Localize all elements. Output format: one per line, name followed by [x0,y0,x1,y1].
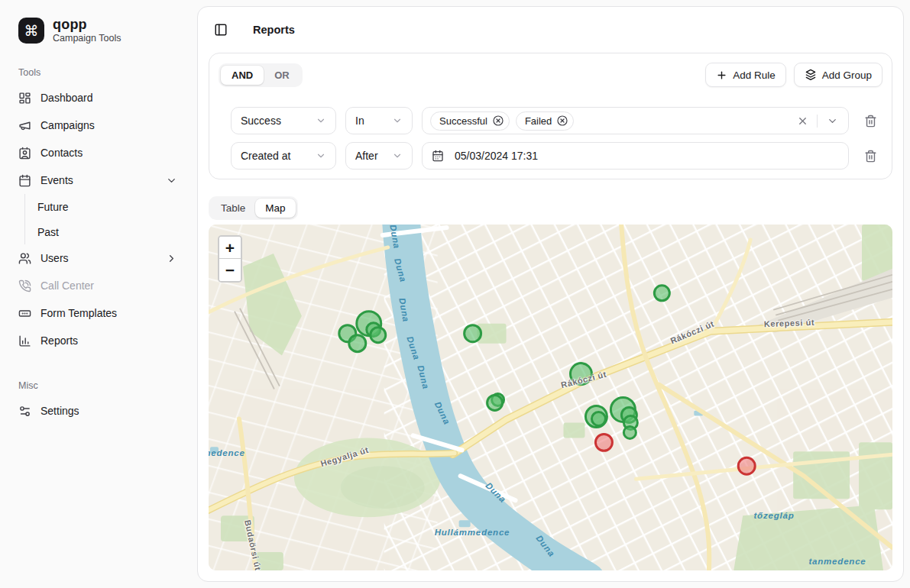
phone-icon [18,279,31,292]
sidebar-toggle-button[interactable] [210,19,232,40]
remove-tag-icon[interactable] [556,115,568,127]
sidebar-item-call-center[interactable]: Call Center [12,272,183,299]
delete-rule2-button[interactable] [858,144,882,168]
street-label: Rákóczi út [669,319,716,346]
rule1-multiselect[interactable]: Successful Failed [422,107,849,134]
chevron-down-icon [166,175,177,186]
street-label: Rákóczi út [560,370,607,389]
rule2-datetime-input[interactable]: 05/03/2024 17:31 [422,142,849,170]
water-label: Duna [534,534,556,559]
add-rule-button[interactable]: Add Rule [705,63,786,87]
layers-icon [805,69,817,81]
sidebar-item-label: Events [40,173,157,188]
sidebar-item-label: Settings [40,403,177,418]
trash-icon [864,150,877,163]
brand-subtitle: Campaign Tools [53,33,121,44]
add-group-label: Add Group [822,69,872,81]
events-submenu: Future Past [24,194,183,244]
page-title: Reports [253,24,295,36]
sidebar-item-label: Campaigns [40,118,177,133]
sidebar-item-label: Past [37,225,177,240]
water-label: tőzegláp [753,511,794,520]
value-tag-successful: Successful [430,111,510,131]
water-label: Duna [405,335,421,361]
tab-map[interactable]: Map [255,199,295,218]
rule1-field-select[interactable]: Success [231,107,336,134]
sidebar-nav: Dashboard Campaigns Contacts Events Futu… [12,84,183,354]
brand: ⌘ qopp Campaign Tools [12,17,183,44]
sidebar-item-events[interactable]: Events [12,166,183,194]
map-view[interactable]: Rákóczi útRákóczi útKerepesi útHegyalja … [209,225,892,570]
sidebar-item-contacts[interactable]: Contacts [12,139,183,166]
calendar-icon [432,150,444,162]
datetime-value: 05/03/2024 17:31 [455,150,538,162]
water-label: Duna [416,364,430,390]
sidebar-item-label: Contacts [40,145,177,160]
sidebar-item-label: Future [37,199,177,215]
megaphone-icon [18,119,31,132]
filter-builder: AND OR Add Rule Add Group [209,53,892,179]
filter-rule-row: Created at After 05/03/2024 17:31 [231,142,882,170]
calendar-icon [18,174,31,187]
rule2-operator-select[interactable]: After [345,142,413,170]
rule2-field-select[interactable]: Created at [231,142,336,170]
content-card: Reports AND OR Add Rule Add Group [197,6,904,582]
sidebar-item-users[interactable]: Users [12,244,183,272]
remove-tag-icon[interactable] [492,115,504,127]
sidebar-item-dashboard[interactable]: Dashboard [12,84,183,111]
settings-sliders-icon [18,405,31,418]
sidebar-item-past[interactable]: Past [25,219,183,244]
water-label: tanmedence [808,557,866,566]
sidebar-item-label: Dashboard [40,90,177,105]
sidebar-item-reports[interactable]: Reports [12,327,183,354]
water-label: medence [209,448,245,457]
chevron-right-icon [166,253,177,264]
chevron-down-icon [316,115,326,126]
sidebar-item-form-templates[interactable]: Form Templates [12,299,183,327]
sidebar-item-label: Call Center [40,278,177,293]
logic-and-button[interactable]: AND [221,66,264,85]
zoom-out-button[interactable]: − [219,259,241,281]
add-group-button[interactable]: Add Group [794,63,882,87]
rule2-operator-value: After [355,150,378,162]
rule2-field-value: Created at [241,150,290,162]
logic-or-button[interactable]: OR [264,66,300,85]
open-options-button[interactable] [824,112,840,129]
street-label: Hegyalja út [319,445,370,469]
sidebar: ⌘ qopp Campaign Tools Tools Dashboard Ca… [0,0,196,588]
sidebar-item-settings[interactable]: Settings [12,397,183,425]
brand-name: qopp [53,17,121,33]
map-labels-layer: Rákóczi útRákóczi útKerepesi útHegyalja … [209,225,892,570]
sidebar-item-future[interactable]: Future [25,194,183,219]
add-rule-label: Add Rule [733,69,776,81]
tag-label: Successful [439,115,487,127]
water-label: Hullámmedence [435,528,510,537]
rule1-operator-select[interactable]: In [345,107,413,134]
bar-chart-icon [18,334,31,347]
zoom-in-button[interactable]: + [219,237,241,259]
sidebar-item-campaigns[interactable]: Campaigns [12,111,183,139]
section-label-tools: Tools [12,67,183,78]
section-label-misc: Misc [12,380,183,391]
tag-label: Failed [525,115,552,127]
chevron-down-icon [827,115,838,127]
dashboard-icon [18,92,31,105]
page-header: Reports [198,7,903,53]
street-label: Budaörsi út [243,519,263,570]
street-label: Kerepesi út [764,318,815,328]
form-input-icon [18,307,31,320]
water-label: Duna [393,257,408,283]
water-label: Duna [433,400,452,426]
sidebar-item-label: Users [40,250,157,266]
water-label: Duna [388,225,401,250]
panel-left-icon [214,23,228,37]
delete-rule1-button[interactable] [858,108,882,133]
clear-values-button[interactable] [794,112,811,129]
trash-icon [864,115,877,128]
water-label: Duna [397,297,410,323]
water-label: Duna [484,480,507,504]
rule1-field-value: Success [241,115,281,127]
tab-table[interactable]: Table [211,199,255,218]
logic-toggle: AND OR [219,63,303,87]
contact-card-icon [18,147,31,160]
